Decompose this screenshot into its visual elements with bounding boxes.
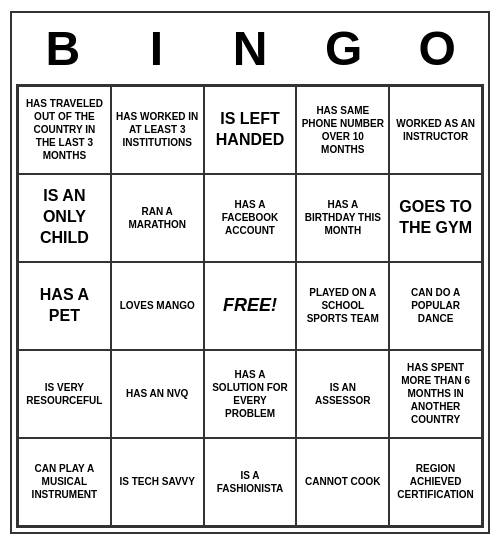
bingo-cell-4[interactable]: WORKED AS AN INSTRUCTOR — [389, 86, 482, 174]
bingo-cell-5[interactable]: IS AN ONLY CHILD — [18, 174, 111, 262]
bingo-cell-14[interactable]: CAN DO A POPULAR DANCE — [389, 262, 482, 350]
bingo-cell-1[interactable]: HAS WORKED IN AT LEAST 3 INSTITUTIONS — [111, 86, 204, 174]
bingo-cell-16[interactable]: HAS AN NVQ — [111, 350, 204, 438]
free-space[interactable]: Free! — [204, 262, 297, 350]
bingo-cell-20[interactable]: CAN PLAY A MUSICAL INSTRUMENT — [18, 438, 111, 526]
bingo-cell-6[interactable]: RAN A MARATHON — [111, 174, 204, 262]
bingo-cell-24[interactable]: REGION ACHIEVED CERTIFICATION — [389, 438, 482, 526]
header-letter-g: G — [300, 21, 388, 76]
bingo-cell-0[interactable]: HAS TRAVELED OUT OF THE COUNTRY IN THE L… — [18, 86, 111, 174]
bingo-cell-2[interactable]: IS LEFT HANDED — [204, 86, 297, 174]
bingo-cell-3[interactable]: HAS SAME PHONE NUMBER OVER 10 MONTHS — [296, 86, 389, 174]
bingo-cell-7[interactable]: HAS A FACEBOOK ACCOUNT — [204, 174, 297, 262]
bingo-cell-8[interactable]: HAS A BIRTHDAY THIS MONTH — [296, 174, 389, 262]
bingo-cell-21[interactable]: IS TECH SAVVY — [111, 438, 204, 526]
bingo-cell-11[interactable]: LOVES MANGO — [111, 262, 204, 350]
bingo-cell-19[interactable]: HAS SPENT MORE THAN 6 MONTHS IN ANOTHER … — [389, 350, 482, 438]
bingo-cell-22[interactable]: IS A FASHIONISTA — [204, 438, 297, 526]
bingo-cell-23[interactable]: CANNOT COOK — [296, 438, 389, 526]
bingo-cell-17[interactable]: HAS A SOLUTION FOR EVERY PROBLEM — [204, 350, 297, 438]
header-letter-o: O — [393, 21, 481, 76]
bingo-cell-13[interactable]: PLAYED ON A SCHOOL SPORTS TEAM — [296, 262, 389, 350]
header-letter-b: B — [19, 21, 107, 76]
bingo-cell-18[interactable]: IS AN ASSESSOR — [296, 350, 389, 438]
bingo-header: BINGO — [16, 17, 484, 84]
bingo-cell-10[interactable]: HAS A PET — [18, 262, 111, 350]
bingo-cell-9[interactable]: GOES TO THE GYM — [389, 174, 482, 262]
header-letter-i: I — [112, 21, 200, 76]
header-letter-n: N — [206, 21, 294, 76]
bingo-cell-15[interactable]: IS VERY RESOURCEFUL — [18, 350, 111, 438]
bingo-grid: HAS TRAVELED OUT OF THE COUNTRY IN THE L… — [16, 84, 484, 528]
bingo-card: BINGO HAS TRAVELED OUT OF THE COUNTRY IN… — [10, 11, 490, 534]
